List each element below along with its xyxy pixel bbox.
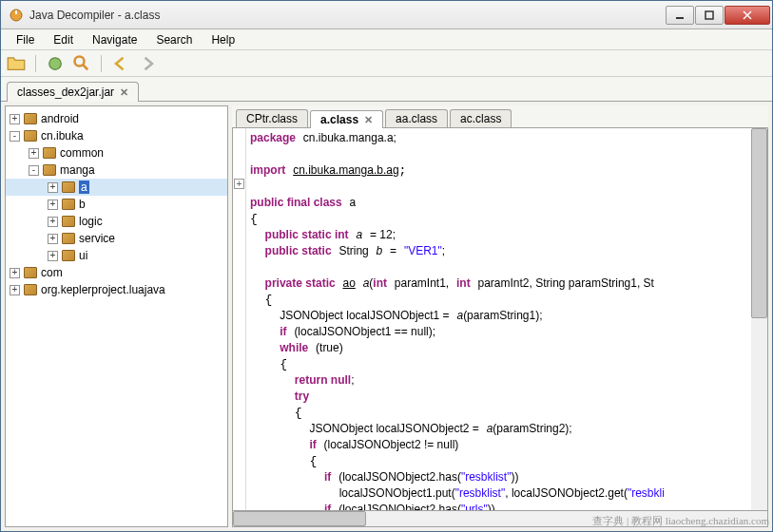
tree-label: android bbox=[41, 112, 79, 125]
tree-label: a bbox=[79, 180, 89, 194]
expand-toggle-icon[interactable]: + bbox=[29, 148, 39, 159]
package-icon bbox=[62, 216, 75, 227]
expand-toggle-icon[interactable]: + bbox=[48, 182, 58, 193]
tree-label: cn.ibuka bbox=[41, 129, 84, 142]
tree-node-com[interactable]: +com bbox=[6, 264, 227, 281]
tab-label: CPtr.class bbox=[246, 112, 298, 125]
content-area: +android-cn.ibuka+common-manga+a+b+logic… bbox=[1, 102, 772, 531]
expand-toggle-icon[interactable]: + bbox=[48, 200, 58, 210]
open-file-icon[interactable] bbox=[7, 54, 26, 73]
editor-tab-a[interactable]: a.class✕ bbox=[310, 110, 383, 128]
svg-point-6 bbox=[49, 57, 62, 69]
package-icon bbox=[62, 181, 75, 193]
back-icon[interactable] bbox=[111, 54, 130, 73]
tab-label: aa.class bbox=[396, 112, 437, 125]
svg-line-8 bbox=[83, 65, 87, 69]
expand-toggle-icon[interactable]: - bbox=[10, 131, 20, 142]
tree-label: org.keplerproject.luajava bbox=[41, 283, 165, 296]
tree-label: logic bbox=[79, 215, 103, 228]
tree-node-manga[interactable]: -manga bbox=[6, 162, 227, 179]
tree-node-service[interactable]: +service bbox=[6, 230, 227, 247]
editor-tab-aa[interactable]: aa.class bbox=[385, 109, 448, 127]
tree-node-a[interactable]: +a bbox=[6, 179, 227, 196]
editor-tab-CPtr[interactable]: CPtr.class bbox=[236, 109, 308, 127]
package-tree[interactable]: +android-cn.ibuka+common-manga+a+b+logic… bbox=[5, 105, 228, 527]
tree-label: com bbox=[41, 266, 63, 279]
gutter: + bbox=[233, 128, 246, 510]
package-icon bbox=[43, 164, 56, 176]
package-icon bbox=[24, 113, 37, 124]
toolbar bbox=[1, 50, 772, 77]
svg-rect-1 bbox=[15, 10, 17, 14]
svg-point-7 bbox=[75, 56, 85, 66]
expand-toggle-icon[interactable]: + bbox=[48, 234, 58, 244]
tree-label: ui bbox=[79, 249, 87, 262]
svg-rect-3 bbox=[705, 11, 713, 19]
expand-toggle-icon[interactable]: + bbox=[10, 285, 20, 295]
tab-jar[interactable]: classes_dex2jar.jar ✕ bbox=[7, 82, 139, 102]
tab-label: a.class bbox=[320, 113, 358, 126]
tree-node-b[interactable]: +b bbox=[6, 196, 227, 213]
toolbar-separator bbox=[101, 55, 102, 72]
package-icon bbox=[24, 267, 37, 278]
tree-node-ui[interactable]: +ui bbox=[6, 247, 227, 264]
tree-node-common[interactable]: +common bbox=[6, 144, 227, 162]
tree-node-org-keplerproject-luajava[interactable]: +org.keplerproject.luajava bbox=[6, 281, 227, 298]
forward-icon[interactable] bbox=[138, 54, 157, 73]
expand-toggle-icon[interactable]: - bbox=[29, 165, 39, 176]
menubar: File Edit Navigate Search Help bbox=[1, 29, 772, 50]
menu-help[interactable]: Help bbox=[202, 31, 244, 48]
source-code: package cn.ibuka.manga.a; import cn.ibuk… bbox=[233, 128, 767, 511]
package-icon bbox=[62, 199, 75, 210]
expand-toggle-icon[interactable]: + bbox=[10, 114, 20, 124]
package-icon bbox=[24, 284, 37, 295]
code-viewer[interactable]: + package cn.ibuka.manga.a; import cn.ib… bbox=[232, 128, 768, 511]
tree-node-cn-ibuka[interactable]: -cn.ibuka bbox=[6, 127, 227, 144]
expand-toggle-icon[interactable]: + bbox=[48, 251, 58, 261]
toolbar-separator bbox=[35, 55, 36, 72]
outer-tabstrip: classes_dex2jar.jar ✕ bbox=[1, 77, 772, 102]
package-icon bbox=[43, 147, 56, 159]
tab-label: ac.class bbox=[460, 112, 501, 125]
tree-label: manga bbox=[60, 163, 95, 177]
tree-node-android[interactable]: +android bbox=[6, 110, 227, 127]
package-icon bbox=[62, 250, 75, 261]
app-window: Java Decompiler - a.class File Edit Navi… bbox=[0, 0, 773, 532]
expand-toggle-icon[interactable]: + bbox=[48, 217, 58, 227]
fold-toggle-icon[interactable]: + bbox=[234, 179, 244, 189]
app-icon bbox=[9, 8, 24, 23]
editor-tabstrip: CPtr.classa.class✕aa.classac.class bbox=[232, 105, 768, 128]
menu-search[interactable]: Search bbox=[146, 31, 202, 48]
code-panel: CPtr.classa.class✕aa.classac.class + pac… bbox=[232, 105, 768, 527]
window-title: Java Decompiler - a.class bbox=[29, 9, 666, 22]
search-icon[interactable] bbox=[72, 54, 91, 73]
package-icon bbox=[62, 233, 75, 244]
vertical-scrollbar[interactable] bbox=[751, 128, 767, 510]
tree-label: service bbox=[79, 232, 115, 245]
titlebar: Java Decompiler - a.class bbox=[1, 1, 772, 29]
scrollbar-thumb[interactable] bbox=[233, 511, 366, 526]
menu-navigate[interactable]: Navigate bbox=[83, 31, 146, 48]
menu-edit[interactable]: Edit bbox=[44, 31, 83, 48]
editor-tab-ac[interactable]: ac.class bbox=[450, 109, 512, 127]
watermark: 查字典 | 教程网 liaocheng.chazidian.com bbox=[592, 514, 769, 528]
open-type-icon[interactable] bbox=[46, 54, 65, 73]
scrollbar-thumb[interactable] bbox=[751, 128, 767, 318]
tree-node-logic[interactable]: +logic bbox=[6, 213, 227, 230]
expand-toggle-icon[interactable]: + bbox=[10, 268, 20, 278]
tab-label: classes_dex2jar.jar bbox=[17, 86, 114, 99]
close-button[interactable] bbox=[725, 6, 770, 25]
tree-label: b bbox=[79, 198, 86, 211]
menu-file[interactable]: File bbox=[7, 31, 44, 48]
window-controls bbox=[666, 6, 770, 25]
minimize-button[interactable] bbox=[666, 6, 694, 25]
close-icon[interactable]: ✕ bbox=[120, 86, 128, 99]
maximize-button[interactable] bbox=[695, 6, 724, 25]
package-icon bbox=[24, 130, 37, 142]
tree-label: common bbox=[60, 146, 104, 160]
close-icon[interactable]: ✕ bbox=[364, 114, 373, 126]
